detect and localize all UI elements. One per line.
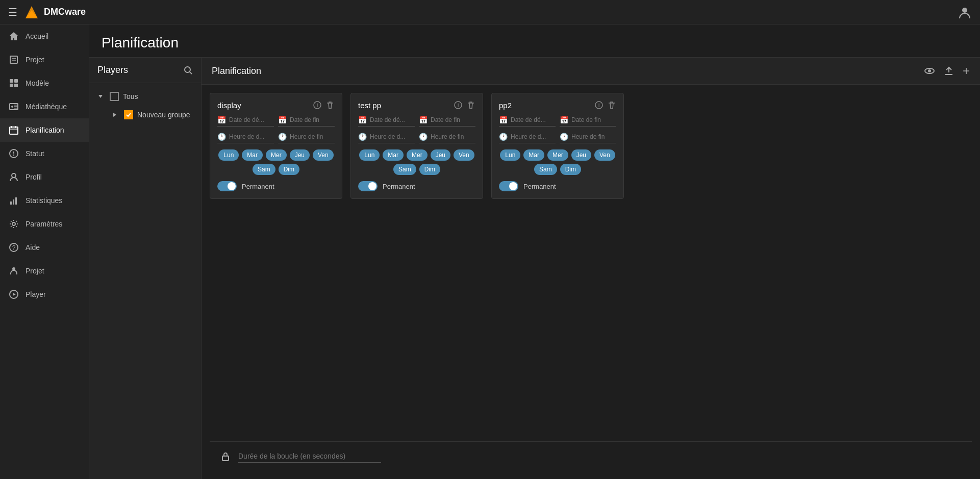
upload-icon[interactable] — [943, 65, 954, 77]
heure-debut-label-pp2: Heure de d... — [511, 133, 546, 140]
day-ven-pp2[interactable]: Ven — [594, 149, 615, 161]
day-lun-testpp[interactable]: Lun — [359, 149, 380, 161]
day-jeu-testpp[interactable]: Jeu — [431, 149, 450, 161]
date-debut-display[interactable]: 📅 Date de dé... — [217, 116, 274, 127]
sidebar-item-accueil[interactable]: Accueil — [0, 24, 89, 48]
search-icon[interactable] — [184, 66, 193, 75]
heure-debut-display[interactable]: 🕐 Heure de d... — [217, 133, 274, 143]
days-row-pp2: Lun Mar Mer Jeu Ven Sam Dim — [499, 149, 616, 175]
sidebar-item-statut[interactable]: Statut — [0, 142, 89, 165]
tree-expand-nouveau-groupe[interactable] — [110, 110, 120, 120]
clock-fin-icon-display: 🕐 — [278, 133, 287, 141]
svg-rect-8 — [10, 84, 13, 87]
svg-point-2 — [962, 8, 967, 13]
date-fin-testpp[interactable]: 📅 Date de fin — [419, 116, 475, 127]
date-debut-pp2[interactable]: 📅 Date de dé... — [499, 116, 556, 127]
date-fin-label-display: Date de fin — [290, 116, 319, 123]
checkbox-tous[interactable] — [110, 92, 119, 101]
delete-icon-display[interactable] — [325, 100, 335, 110]
sidebar-item-player[interactable]: Player — [0, 283, 89, 306]
svg-point-11 — [11, 106, 13, 108]
sidebar-item-modele[interactable]: Modèle — [0, 71, 89, 95]
sidebar-item-statistiques[interactable]: Statistiques — [0, 189, 89, 212]
day-ven-display[interactable]: Ven — [313, 149, 334, 161]
sidebar-label-parametres: Paramètres — [26, 220, 62, 228]
svg-rect-15 — [10, 127, 18, 134]
heure-fin-pp2[interactable]: 🕐 Heure de fin — [560, 133, 616, 143]
project2-icon — [8, 265, 19, 276]
day-mer-pp2[interactable]: Mer — [547, 149, 568, 161]
permanent-toggle-display[interactable] — [217, 181, 237, 191]
visibility-icon[interactable] — [924, 65, 935, 77]
hamburger-icon[interactable]: ☰ — [8, 6, 17, 18]
day-ven-testpp[interactable]: Ven — [454, 149, 474, 161]
sidebar-item-projet[interactable]: Projet — [0, 48, 89, 71]
date-fin-display[interactable]: 📅 Date de fin — [278, 116, 335, 127]
day-lun-pp2[interactable]: Lun — [500, 149, 520, 161]
svg-rect-7 — [14, 79, 18, 83]
sidebar-item-parametres[interactable]: Paramètres — [0, 212, 89, 236]
day-sam-testpp[interactable]: Sam — [393, 164, 416, 175]
card-title-pp2: pp2 — [499, 101, 512, 110]
day-dim-testpp[interactable]: Dim — [419, 164, 440, 175]
date-fin-pp2[interactable]: 📅 Date de fin — [560, 116, 616, 127]
planification-pane: Planification + — [202, 58, 980, 479]
page-header: Planification — [89, 24, 980, 58]
sidebar-item-projet2[interactable]: Projet — [0, 259, 89, 283]
card-header-testpp: test pp i — [358, 100, 475, 110]
time-row-display: 🕐 Heure de d... 🕐 Heure de fin — [217, 133, 335, 143]
svg-rect-3 — [10, 56, 17, 63]
heure-debut-testpp[interactable]: 🕐 Heure de d... — [358, 133, 415, 143]
sidebar-item-profil[interactable]: Profil — [0, 165, 89, 189]
day-dim-pp2[interactable]: Dim — [560, 164, 581, 175]
clock-debut-icon-testpp: 🕐 — [358, 133, 367, 141]
day-mar-pp2[interactable]: Mar — [523, 149, 544, 161]
sidebar-item-planification[interactable]: Planification — [0, 118, 89, 142]
svg-rect-23 — [10, 201, 12, 205]
delete-icon-testpp[interactable] — [466, 100, 475, 110]
day-sam-display[interactable]: Sam — [253, 164, 275, 175]
tree-expand-tous[interactable] — [95, 91, 106, 102]
permanent-row-testpp: Permanent — [358, 181, 475, 191]
time-row-pp2: 🕐 Heure de d... 🕐 Heure de fin — [499, 133, 616, 143]
info-icon-pp2[interactable]: i — [595, 101, 603, 109]
sidebar-item-mediatheque[interactable]: Médiathèque — [0, 95, 89, 118]
date-row-testpp: 📅 Date de dé... 📅 Date de fin — [358, 116, 475, 127]
heure-fin-display[interactable]: 🕐 Heure de fin — [278, 133, 335, 143]
bottom-section — [210, 441, 972, 471]
calendar-fin-icon-pp2: 📅 — [560, 116, 568, 124]
heure-fin-testpp[interactable]: 🕐 Heure de fin — [419, 133, 475, 143]
calendar-debut-icon-pp2: 📅 — [499, 116, 508, 124]
day-mar-testpp[interactable]: Mar — [383, 149, 404, 161]
sidebar-label-aide: Aide — [26, 243, 40, 251]
heure-debut-label-display: Heure de d... — [229, 133, 264, 140]
day-mer-testpp[interactable]: Mer — [407, 149, 428, 161]
card-header-actions-pp2: i — [595, 100, 616, 110]
checkbox-nouveau-groupe[interactable] — [124, 110, 133, 119]
sidebar-item-aide[interactable]: ? Aide — [0, 236, 89, 259]
add-icon[interactable]: + — [963, 64, 970, 78]
heure-debut-pp2[interactable]: 🕐 Heure de d... — [499, 133, 556, 143]
person-icon — [8, 171, 19, 183]
svg-rect-6 — [10, 79, 13, 83]
date-debut-testpp[interactable]: 📅 Date de dé... — [358, 116, 415, 127]
day-sam-pp2[interactable]: Sam — [534, 164, 557, 175]
duration-input[interactable] — [238, 450, 381, 463]
day-mer-display[interactable]: Mer — [266, 149, 287, 161]
day-lun-display[interactable]: Lun — [218, 149, 239, 161]
info-icon-testpp[interactable]: i — [454, 101, 462, 109]
delete-icon-pp2[interactable] — [607, 100, 616, 110]
user-account-icon[interactable] — [958, 5, 972, 19]
svg-point-26 — [12, 222, 15, 225]
tree-label-nouveau-groupe: Nouveau groupe — [137, 111, 190, 119]
permanent-toggle-pp2[interactable] — [499, 181, 518, 191]
tree-item-nouveau-groupe[interactable]: Nouveau groupe — [89, 106, 201, 124]
info-icon-display[interactable]: i — [313, 101, 321, 109]
day-jeu-pp2[interactable]: Jeu — [571, 149, 591, 161]
day-mar-display[interactable]: Mar — [242, 149, 263, 161]
day-dim-display[interactable]: Dim — [279, 164, 299, 175]
tree-item-tous[interactable]: Tous — [89, 87, 201, 106]
permanent-toggle-testpp[interactable] — [358, 181, 378, 191]
day-jeu-display[interactable]: Jeu — [290, 149, 310, 161]
clock-fin-icon-testpp: 🕐 — [419, 133, 428, 141]
